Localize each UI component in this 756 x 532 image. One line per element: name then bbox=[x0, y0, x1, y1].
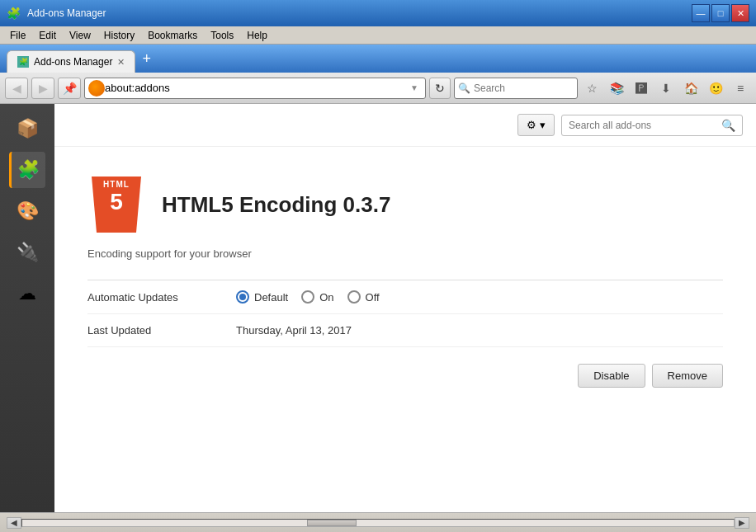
sidebar-item-appearance[interactable]: 🎨 bbox=[9, 193, 45, 229]
url-dropdown-arrow[interactable]: ▼ bbox=[407, 83, 422, 92]
close-button[interactable]: ✕ bbox=[731, 4, 749, 22]
addon-buttons: Disable Remove bbox=[87, 347, 723, 388]
extensions-icon: 🧩 bbox=[17, 159, 40, 181]
nav-bar: ◀ ▶ 📌 ▼ ↻ 🔍 ☆ 📚 🅿 ⬇ 🏠 🙂 ≡ bbox=[0, 73, 756, 104]
sidebar-item-plugins[interactable]: 🔌 bbox=[9, 234, 45, 271]
radio-off-circle bbox=[347, 290, 361, 304]
pin-button[interactable]: 📌 bbox=[58, 78, 81, 99]
addon-manager-tab[interactable]: 🧩 Add-ons Manager ✕ bbox=[7, 50, 135, 73]
menu-file[interactable]: File bbox=[3, 28, 32, 43]
download-icon[interactable]: ⬇ bbox=[655, 78, 677, 99]
scrollbar-track[interactable] bbox=[21, 519, 735, 527]
last-updated-row: Last Updated Thursday, April 13, 2017 bbox=[87, 314, 723, 347]
search-addons-icon[interactable]: 🔍 bbox=[721, 119, 735, 132]
star-icon[interactable]: ☆ bbox=[581, 78, 602, 99]
home-icon[interactable]: 🏠 bbox=[680, 78, 702, 99]
addon-header: HTML 5 HTML5 Encoding 0.3.7 bbox=[87, 172, 723, 238]
pocket-icon[interactable]: 🅿 bbox=[631, 78, 652, 99]
smiley-icon[interactable]: 🙂 bbox=[705, 78, 726, 99]
last-updated-label: Last Updated bbox=[87, 324, 236, 337]
forward-button[interactable]: ▶ bbox=[31, 78, 54, 99]
main-content: ⚙ ▾ 🔍 HTML 5 HTML5 Encoding 0.3.7 Encodi… bbox=[54, 104, 756, 512]
services-icon: ☁ bbox=[18, 283, 36, 304]
html5-shield: HTML 5 bbox=[92, 177, 141, 233]
addon-detail: HTML 5 HTML5 Encoding 0.3.7 Encoding sup… bbox=[54, 147, 756, 512]
refresh-button[interactable]: ↻ bbox=[429, 78, 451, 99]
back-button[interactable]: ◀ bbox=[5, 78, 28, 99]
sidebar-item-services[interactable]: ☁ bbox=[9, 275, 45, 312]
url-bar-container: ▼ bbox=[84, 78, 426, 99]
menu-history[interactable]: History bbox=[97, 28, 141, 43]
menu-bookmarks[interactable]: Bookmarks bbox=[141, 28, 204, 43]
search-input[interactable] bbox=[474, 82, 565, 94]
tab-close-button[interactable]: ✕ bbox=[117, 57, 125, 68]
radio-default-option[interactable]: Default bbox=[236, 290, 288, 304]
gear-button[interactable]: ⚙ ▾ bbox=[517, 114, 555, 136]
radio-on-option[interactable]: On bbox=[301, 290, 333, 304]
radio-default-label: Default bbox=[254, 291, 288, 304]
title-bar-text: Add-ons Manager bbox=[27, 7, 106, 19]
search-icon: 🔍 bbox=[458, 82, 470, 94]
maximize-button[interactable]: □ bbox=[711, 4, 730, 22]
appearance-icon: 🎨 bbox=[17, 200, 39, 222]
tab-label: Add-ons Manager bbox=[34, 56, 112, 68]
html5-number: 5 bbox=[110, 191, 123, 214]
search-bar-container: 🔍 bbox=[454, 78, 578, 99]
addon-name: HTML5 Encoding 0.3.7 bbox=[162, 192, 390, 218]
browser-content: 📦 🧩 🎨 🔌 ☁ ⚙ ▾ 🔍 bbox=[0, 104, 756, 512]
scroll-left-button[interactable]: ◀ bbox=[7, 517, 21, 529]
radio-group: Default On Off bbox=[236, 290, 380, 304]
search-addons-input[interactable] bbox=[569, 120, 721, 131]
window-controls: — □ ✕ bbox=[692, 4, 749, 22]
html5-logo: HTML 5 bbox=[87, 172, 145, 238]
minimize-button[interactable]: — bbox=[692, 4, 710, 22]
nav-icons: ☆ 📚 🅿 ⬇ 🏠 🙂 ≡ bbox=[581, 78, 751, 99]
title-bar: 🧩 Add-ons Manager — □ ✕ bbox=[0, 0, 756, 26]
menu-edit[interactable]: Edit bbox=[32, 28, 63, 43]
radio-off-option[interactable]: Off bbox=[347, 290, 380, 304]
menu-bar: File Edit View History Bookmarks Tools H… bbox=[0, 26, 756, 45]
scroll-right-button[interactable]: ▶ bbox=[735, 517, 749, 529]
sidebar-item-get-addons[interactable]: 📦 bbox=[9, 111, 45, 147]
html5-text-top: HTML bbox=[103, 180, 130, 189]
menu-view[interactable]: View bbox=[63, 28, 97, 43]
last-updated-value: Thursday, April 13, 2017 bbox=[236, 324, 352, 337]
status-bar: ◀ ▶ bbox=[0, 512, 756, 532]
plugins-icon: 🔌 bbox=[17, 242, 39, 263]
scrollbar-thumb[interactable] bbox=[307, 520, 357, 526]
addon-manager-icon: 🧩 bbox=[7, 7, 21, 20]
auto-updates-label: Automatic Updates bbox=[87, 291, 236, 304]
radio-off-label: Off bbox=[366, 291, 380, 304]
firefox-icon bbox=[88, 80, 105, 97]
new-tab-button[interactable]: + bbox=[137, 49, 156, 69]
disable-button[interactable]: Disable bbox=[578, 364, 645, 388]
radio-on-circle bbox=[301, 290, 314, 304]
radio-on-label: On bbox=[319, 291, 333, 304]
url-input[interactable] bbox=[105, 82, 407, 94]
library-icon[interactable]: 📚 bbox=[606, 78, 627, 99]
tab-addon-icon: 🧩 bbox=[17, 56, 29, 68]
addon-description: Encoding support for your browser bbox=[87, 247, 723, 260]
menu-icon[interactable]: ≡ bbox=[730, 78, 751, 99]
sidebar-item-extensions[interactable]: 🧩 bbox=[9, 152, 45, 188]
remove-button[interactable]: Remove bbox=[652, 364, 723, 388]
addon-toolbar: ⚙ ▾ 🔍 bbox=[54, 104, 756, 147]
radio-default-circle bbox=[236, 290, 249, 304]
search-addons-container: 🔍 bbox=[561, 115, 743, 136]
menu-tools[interactable]: Tools bbox=[204, 28, 240, 43]
tab-bar: 🧩 Add-ons Manager ✕ + bbox=[0, 45, 756, 73]
auto-updates-row: Automatic Updates Default On bbox=[87, 280, 723, 314]
addon-info: Automatic Updates Default On bbox=[87, 280, 723, 347]
get-addons-icon: 📦 bbox=[17, 118, 39, 139]
sidebar: 📦 🧩 🎨 🔌 ☁ bbox=[0, 104, 54, 512]
menu-help[interactable]: Help bbox=[240, 28, 274, 43]
